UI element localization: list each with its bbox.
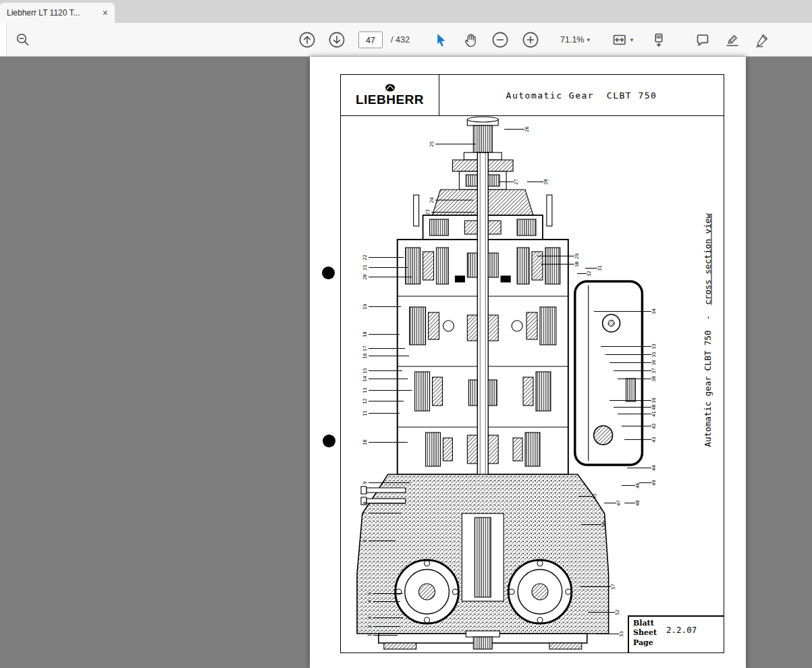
callout-7: 7	[362, 510, 401, 516]
page-number-input[interactable]	[358, 32, 383, 49]
callout-26: 26	[504, 126, 531, 132]
page-up-button[interactable]	[296, 29, 318, 51]
callout-57: 57	[580, 584, 617, 590]
page-scroll-icon	[651, 32, 667, 48]
callout-10: 10	[362, 439, 408, 445]
liebherr-logo: LIEBHERR	[341, 75, 439, 115]
comment-icon	[695, 32, 711, 48]
pdf-page: LIEBHERR Automatic Gear CLBT 750	[310, 57, 746, 668]
sheet-number-value: 2.2.07	[666, 625, 697, 650]
diagram-frame: LIEBHERR Automatic Gear CLBT 750	[340, 74, 724, 653]
zoom-level-value: 71.1%	[560, 35, 584, 45]
callout-4: 4	[367, 599, 400, 605]
drawing-area: 2524232221201918171615141312111098765432…	[341, 115, 724, 652]
tab-close-icon[interactable]: ×	[103, 8, 108, 18]
callout-43: 43	[624, 437, 657, 443]
callout-18: 18	[362, 331, 400, 337]
zoom-out-icon	[491, 31, 509, 49]
callout-33: 33	[601, 343, 657, 350]
callout-50: 50	[581, 522, 607, 528]
sidebar-stub	[0, 23, 7, 56]
liebherr-crest-icon	[385, 84, 396, 92]
page-number-group	[356, 30, 385, 51]
sheet-labels: Blatt Sheet Page	[633, 619, 657, 650]
chevron-down-icon: ▾	[630, 36, 634, 43]
callout-14: 14	[362, 376, 408, 382]
callout-8: 8	[362, 500, 405, 506]
callout-34: 34	[594, 308, 657, 314]
callout-15: 15	[362, 368, 402, 374]
callout-30: 30	[541, 261, 580, 267]
callout-20: 20	[362, 274, 412, 280]
callout-9: 9	[362, 480, 410, 486]
callout-22: 22	[362, 254, 404, 260]
zoom-in-icon	[522, 31, 539, 49]
hole-punch-mark	[323, 435, 335, 447]
callout-25: 25	[429, 141, 476, 147]
highlight-icon	[724, 32, 740, 48]
callout-46: 46	[622, 482, 641, 489]
chevron-down-icon: ▾	[587, 36, 590, 43]
sign-button[interactable]	[752, 30, 772, 50]
select-tool-button[interactable]	[431, 30, 451, 50]
callout-37: 37	[614, 368, 657, 374]
page-count: / 432	[389, 33, 412, 47]
hole-punch-mark	[322, 267, 335, 279]
callout-19: 19	[362, 304, 401, 310]
sheet-number-box: Blatt Sheet Page 2.2.07	[628, 615, 724, 652]
sheet-label-blatt: Blatt	[633, 619, 657, 628]
callout-47: 47	[604, 500, 622, 506]
callout-35: 35	[605, 352, 657, 358]
liebherr-logo-text: LIEBHERR	[356, 92, 424, 107]
fit-width-icon	[612, 32, 628, 48]
sheet-label-page: Page	[633, 638, 657, 648]
callout-layer: 2524232221201918171615141312111098765432…	[341, 115, 724, 652]
search-icon	[15, 32, 31, 48]
callout-24: 24	[429, 197, 473, 203]
callout-23: 23	[425, 209, 475, 215]
zoom-out-button[interactable]	[489, 29, 511, 51]
diagram-title: Automatic Gear CLBT 750	[439, 75, 724, 115]
callout-28: 28	[527, 179, 549, 185]
zoom-level-dropdown[interactable]: 71.1% ▾	[558, 33, 592, 47]
callout-3: 3	[367, 615, 403, 621]
page-up-icon	[298, 31, 316, 49]
callout-12: 12	[362, 398, 404, 404]
side-label: Automatic gear CLBT 750 - cross section …	[693, 213, 723, 497]
scroll-mode-button[interactable]	[649, 30, 669, 50]
callout-27: 27	[499, 179, 520, 185]
callout-1: 1	[367, 632, 398, 638]
page-count-label: / 432	[391, 35, 410, 45]
diagram-header: LIEBHERR Automatic Gear CLBT 750	[341, 75, 724, 116]
callout-5: 5	[367, 590, 403, 596]
side-label-prefix: Automatic gear CLBT 750 -	[703, 305, 713, 447]
callout-21: 21	[362, 265, 408, 271]
callout-29: 29	[537, 253, 580, 259]
callout-17: 17	[362, 345, 405, 352]
side-label-underlined: cross section view	[703, 213, 713, 304]
comment-button[interactable]	[693, 30, 713, 50]
highlight-button[interactable]	[722, 30, 742, 50]
window-tab-bar: Liebherr LT 1120 T... ×	[0, 0, 812, 23]
callout-53: 53	[596, 631, 625, 637]
callout-44: 44	[627, 465, 657, 471]
document-tab[interactable]: Liebherr LT 1120 T... ×	[0, 3, 115, 23]
callout-6: 6	[362, 538, 396, 544]
zoom-in-button[interactable]	[520, 29, 541, 51]
hand-tool-icon	[462, 32, 479, 48]
callout-42: 42	[622, 423, 657, 429]
callout-11: 11	[362, 410, 400, 416]
page-down-icon	[328, 31, 346, 49]
callout-41: 41	[618, 411, 657, 417]
callout-32: 32	[577, 271, 593, 277]
callout-45: 45	[578, 493, 598, 499]
sign-icon	[754, 32, 770, 48]
callout-36: 36	[610, 360, 657, 366]
document-viewport[interactable]: LIEBHERR Automatic Gear CLBT 750	[0, 57, 812, 668]
document-tab-title: Liebherr LT 1120 T...	[7, 8, 99, 18]
callout-39: 39	[610, 397, 657, 403]
search-button[interactable]	[13, 30, 33, 50]
hand-tool-button[interactable]	[460, 30, 481, 50]
page-down-button[interactable]	[326, 29, 348, 51]
fit-width-dropdown[interactable]: ▾	[610, 30, 636, 50]
